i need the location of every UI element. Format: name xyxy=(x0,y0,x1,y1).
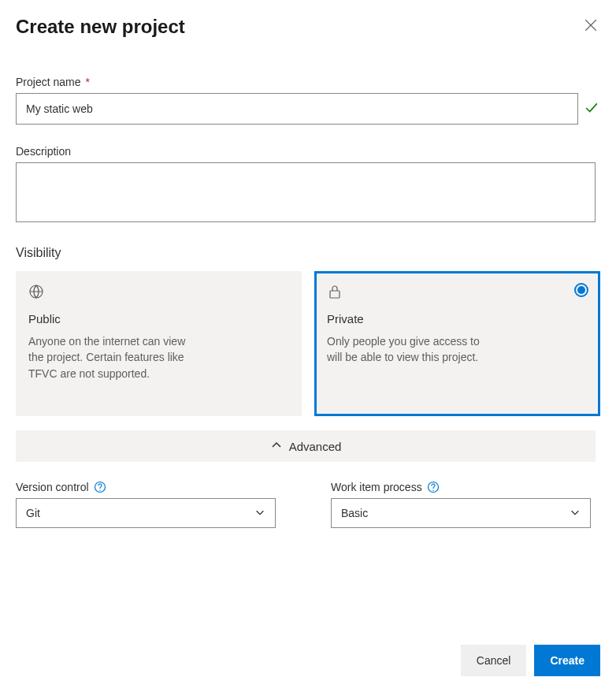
dialog-title: Create new project xyxy=(16,16,185,38)
advanced-label: Advanced xyxy=(289,440,342,453)
visibility-option-private[interactable]: Private Only people you give access to w… xyxy=(314,271,600,416)
lock-icon xyxy=(327,284,343,299)
visibility-option-public[interactable]: Public Anyone on the internet can view t… xyxy=(16,271,302,416)
work-item-process-value: Basic xyxy=(341,507,368,519)
globe-icon xyxy=(28,284,44,299)
visibility-label: Visibility xyxy=(16,246,600,260)
work-item-process-select[interactable]: Basic xyxy=(331,498,591,528)
work-item-process-label: Work item process xyxy=(331,481,422,493)
description-input[interactable] xyxy=(16,162,596,222)
create-button[interactable]: Create xyxy=(534,645,600,676)
public-description: Anyone on the internet can view the proj… xyxy=(28,333,186,381)
help-icon[interactable] xyxy=(94,481,106,493)
checkmark-icon xyxy=(584,101,600,117)
version-control-label: Version control xyxy=(16,481,89,493)
cancel-button[interactable]: Cancel xyxy=(461,645,527,676)
private-title: Private xyxy=(327,312,588,326)
project-name-label-text: Project name xyxy=(16,76,80,88)
version-control-value: Git xyxy=(26,507,40,519)
description-label: Description xyxy=(16,145,600,158)
private-description: Only people you give access to will be a… xyxy=(327,333,484,366)
advanced-toggle[interactable]: Advanced xyxy=(16,430,596,462)
help-icon[interactable] xyxy=(427,481,440,493)
radio-selected-icon xyxy=(574,283,588,297)
required-marker: * xyxy=(85,76,89,88)
chevron-up-icon xyxy=(270,439,283,454)
svg-rect-1 xyxy=(330,291,340,298)
public-title: Public xyxy=(28,312,289,326)
chevron-down-icon xyxy=(254,507,265,520)
project-name-input[interactable] xyxy=(16,93,578,125)
close-icon xyxy=(584,18,598,35)
version-control-select[interactable]: Git xyxy=(16,498,276,528)
close-button[interactable] xyxy=(581,17,600,36)
chevron-down-icon xyxy=(570,507,581,520)
project-name-label: Project name * xyxy=(16,76,600,88)
